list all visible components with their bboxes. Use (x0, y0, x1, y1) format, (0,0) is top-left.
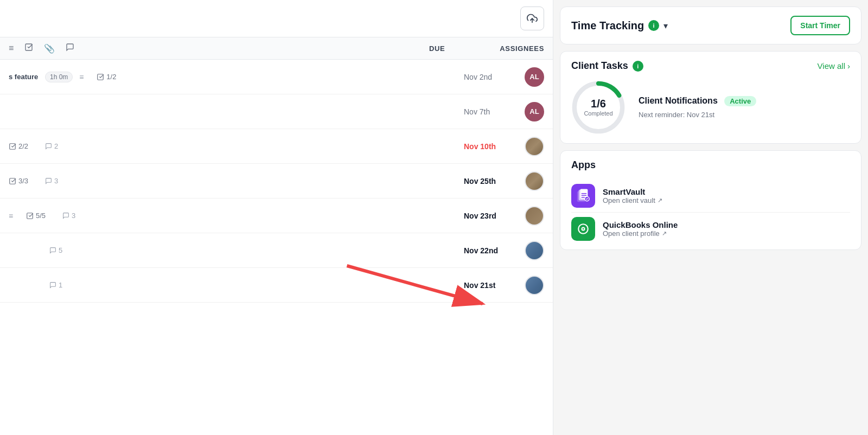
column-headers: ≡ 📎 DUE ASSIGNEES (0, 37, 553, 60)
comment-count: 3 (45, 177, 72, 185)
menu-column-icon: ≡ (9, 43, 14, 53)
external-link-icon: ↗ (662, 230, 667, 237)
avatar (525, 276, 544, 295)
due-date: Nov 7th (464, 107, 518, 116)
row-menu-icon[interactable]: ≡ (79, 73, 90, 81)
avatar (525, 171, 544, 191)
table-row[interactable]: s feature 1h 0m ≡ 1/2 Nov 2nd AL (0, 60, 553, 94)
comment-count: 1 (49, 281, 76, 289)
time-tracking-title-group: Time Tracking i ▾ (571, 20, 668, 32)
svg-rect-4 (10, 178, 16, 184)
task-label: s feature (9, 73, 39, 81)
active-status-badge: Active (724, 96, 756, 106)
top-bar (0, 0, 553, 37)
due-column-header: DUE (429, 44, 483, 53)
comment-column-icon (66, 43, 74, 54)
apps-title: Apps (571, 159, 850, 171)
avatar: AL (525, 102, 544, 121)
table-row[interactable]: 1 Nov 21st (0, 268, 553, 303)
start-timer-button[interactable]: Start Timer (790, 16, 850, 35)
app-item-smartvault: SmartVault Open client vault ↗ (571, 180, 850, 213)
comment-count: 2 (45, 142, 72, 150)
due-date: Nov 21st (464, 281, 518, 290)
check-count: 2/2 (9, 142, 39, 150)
app-item-qbo: QuickBooks Online Open client profile ↗ (571, 213, 850, 241)
right-panel: Time Tracking i ▾ Start Timer Client Tas… (553, 0, 868, 435)
donut-chart: 1/6 Completed (571, 80, 626, 135)
client-notifications-title: Client Notifications (639, 96, 718, 105)
avatar (525, 241, 544, 260)
time-tracking-info-icon[interactable]: i (648, 20, 659, 31)
donut-fraction: 1/6 (584, 98, 612, 109)
table-row[interactable]: ≡ 5/5 3 Nov 23rd (0, 199, 553, 233)
due-date: Nov 22nd (464, 246, 518, 255)
time-tracking-title: Time Tracking (571, 20, 644, 32)
svg-rect-3 (10, 143, 16, 149)
upload-button[interactable] (520, 7, 544, 30)
qbo-name: QuickBooks Online (603, 220, 678, 229)
left-panel: ≡ 📎 DUE ASSIGNEES s feature 1h 0m ≡ (0, 0, 553, 435)
avatar (525, 137, 544, 156)
time-tracking-chevron-icon[interactable]: ▾ (663, 21, 668, 31)
table-row[interactable]: 3/3 3 Nov 25th (0, 164, 553, 199)
svg-rect-2 (98, 74, 104, 80)
task-list: s feature 1h 0m ≡ 1/2 Nov 2nd AL Nov 7th… (0, 60, 553, 303)
app-info-smartvault: SmartVault Open client vault ↗ (603, 187, 662, 204)
app-info-qbo: QuickBooks Online Open client profile ↗ (603, 220, 678, 238)
check-column-icon (24, 43, 33, 54)
external-link-icon: ↗ (658, 197, 662, 204)
attachment-column-icon: 📎 (44, 43, 55, 54)
qbo-icon (571, 217, 595, 241)
check-count: 5/5 (26, 212, 56, 220)
due-date: Nov 23rd (464, 212, 518, 220)
smartvault-link[interactable]: Open client vault ↗ (603, 196, 662, 204)
table-row[interactable]: 5 Nov 22nd (0, 233, 553, 268)
table-row[interactable]: Nov 7th AL (0, 94, 553, 129)
comment-count: 3 (62, 212, 90, 220)
apps-card: Apps SmartVault Open client vault ↗ (560, 150, 861, 250)
view-all-chevron-icon: › (847, 61, 850, 71)
time-tracking-card: Time Tracking i ▾ Start Timer (560, 7, 861, 44)
due-date: Nov 25th (464, 177, 518, 185)
assignees-column-header: ASSIGNEES (490, 44, 544, 53)
due-date: Nov 2nd (464, 73, 518, 81)
time-badge: 1h 0m (45, 72, 73, 82)
qbo-link[interactable]: Open client profile ↗ (603, 229, 678, 238)
client-tasks-title: Client Tasks (571, 60, 628, 72)
avatar: AL (525, 67, 544, 87)
svg-rect-5 (27, 213, 33, 219)
client-tasks-title-group: Client Tasks i (571, 60, 643, 72)
smartvault-name: SmartVault (603, 187, 662, 196)
row-menu-icon[interactable]: ≡ (9, 212, 20, 220)
donut-label: Completed (584, 110, 612, 117)
due-date: Nov 10th (464, 142, 518, 151)
view-all-link[interactable]: View all › (818, 61, 850, 71)
next-reminder-text: Next reminder: Nov 21st (639, 111, 756, 119)
avatar (525, 206, 544, 226)
client-notifications-block: Client Notifications Active Next reminde… (639, 96, 756, 119)
table-row[interactable]: 2/2 2 Nov 10th (0, 129, 553, 164)
check-count: 3/3 (9, 177, 39, 185)
svg-rect-1 (25, 44, 32, 50)
client-tasks-card: Client Tasks i View all › 1 (560, 51, 861, 144)
check-count: 1/2 (97, 73, 126, 81)
smartvault-icon (571, 184, 595, 208)
comment-count: 5 (49, 246, 76, 254)
client-tasks-info-icon[interactable]: i (633, 61, 643, 72)
